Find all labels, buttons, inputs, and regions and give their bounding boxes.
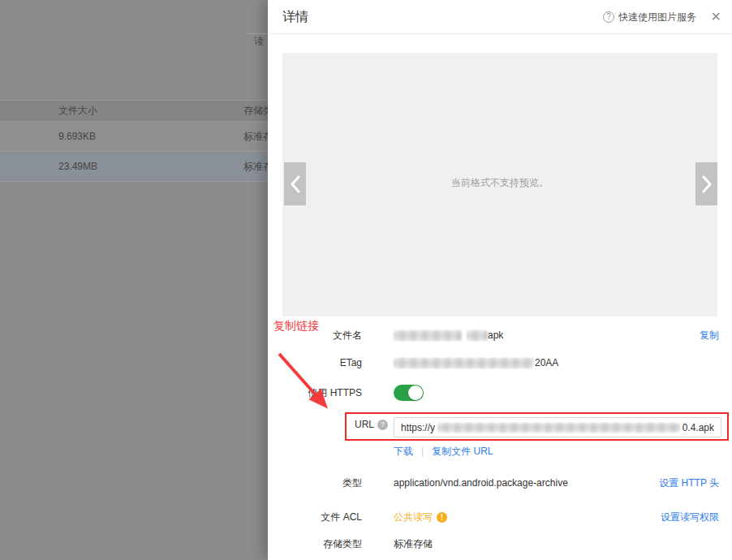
previous-file-button[interactable] (284, 162, 306, 205)
storage-class-cell: 标准存 (243, 130, 268, 144)
background-divider (248, 33, 268, 34)
copy-file-url-link[interactable]: 复制文件 URL (432, 443, 493, 459)
table-header-row: 文件大小 存储类 (0, 100, 268, 122)
download-link[interactable]: 下载 (394, 443, 413, 459)
redacted-url-blur (437, 423, 680, 433)
close-icon[interactable]: ✕ (711, 9, 721, 25)
preview-area: 当前格式不支持预览。 (282, 53, 717, 317)
toggle-knob (408, 386, 423, 400)
url-action-links: 下载 | 复制文件 URL (394, 443, 493, 459)
filename-visible-suffix: apk (488, 327, 503, 343)
question-circle-icon: ? (603, 11, 614, 23)
quick-image-service-label: 快速使用图片服务 (618, 11, 696, 24)
file-acl-value: 公共读写 ! (394, 509, 447, 525)
url-visible-suffix: 0.4.apk (682, 422, 714, 433)
content-type-label: 类型 (282, 475, 362, 491)
storage-type-value: 标准存储 (394, 536, 433, 552)
set-acl-link[interactable]: 设置读写权限 (661, 509, 719, 525)
file-acl-label: 文件 ACL (282, 509, 362, 525)
preview-unsupported-message: 当前格式不支持预览。 (282, 176, 717, 190)
acl-value-text: 公共读写 (394, 509, 433, 525)
redacted-filename-blur (394, 330, 462, 341)
table-row-selected: 23.49MB 标准存 (0, 152, 268, 182)
content-type-value: application/vnd.android.package-archive (394, 475, 568, 491)
file-size-column-header: 文件大小 (58, 104, 97, 118)
etag-visible-suffix: 20AA (535, 355, 558, 371)
redacted-filename-blur (467, 330, 488, 341)
file-size-cell: 9.693KB (58, 131, 96, 142)
quick-image-service-link[interactable]: ? 快速使用图片服务 (603, 0, 696, 34)
panel-header: 详情 ? 快速使用图片服务 ✕ (268, 0, 732, 34)
file-size-cell: 23.49MB (58, 161, 97, 172)
warning-icon: ! (437, 512, 447, 523)
background-text-fragment: 读 (254, 35, 264, 49)
etag-value: 20AA (394, 355, 558, 371)
storage-type-label: 存储类型 (282, 536, 362, 552)
url-visible-prefix: https://y (401, 422, 435, 433)
use-https-label: 使用 HTTPS (282, 385, 362, 401)
chevron-right-icon (702, 175, 712, 193)
url-input[interactable]: https://y 0.4.apk (394, 417, 721, 437)
url-label-text: URL (355, 419, 374, 430)
set-http-header-link[interactable]: 设置 HTTP 头 (659, 475, 719, 491)
panel-title: 详情 (282, 0, 308, 34)
table-row: 9.693KB 标准存 (0, 122, 268, 152)
next-file-button[interactable] (695, 162, 717, 205)
url-label: URL ? (282, 419, 388, 430)
chevron-left-icon (291, 175, 300, 193)
copy-filename-button[interactable]: 复制 (700, 327, 719, 343)
annotation-copy-link-label: 复制链接 (273, 319, 319, 334)
link-separator: | (421, 443, 424, 459)
modal-dim-overlay: 文件大小 存储类 9.693KB 标准存 23.49MB 标准存 读 (0, 0, 268, 560)
https-toggle[interactable] (394, 385, 424, 401)
storage-class-column-header: 存储类 (243, 104, 268, 118)
storage-class-cell: 标准存 (243, 160, 268, 174)
url-help-icon[interactable]: ? (377, 420, 388, 430)
filename-value: apk (394, 327, 503, 343)
redacted-etag-blur (394, 358, 533, 368)
screen: 文件大小 存储类 9.693KB 标准存 23.49MB 标准存 读 详情 ? … (0, 0, 732, 560)
details-panel: 详情 ? 快速使用图片服务 ✕ 当前格式不支持预览。 文件名 apk 复制 (268, 0, 732, 560)
etag-label: ETag (282, 355, 362, 371)
